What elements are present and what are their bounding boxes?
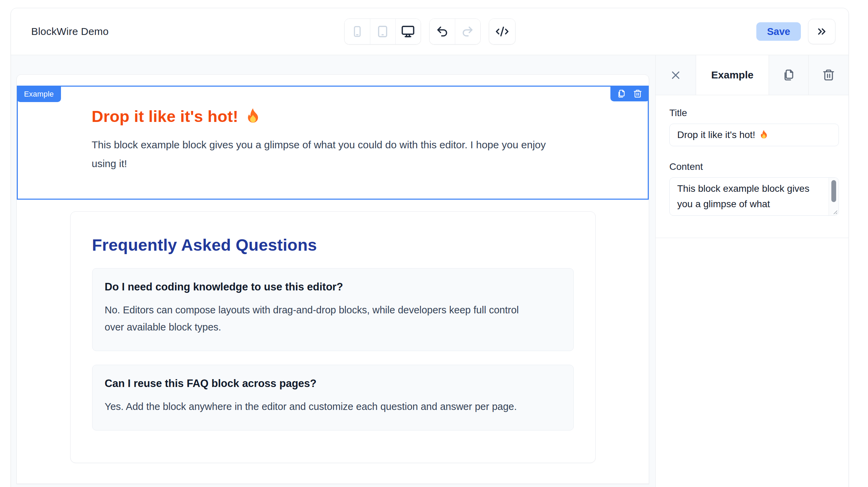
save-button[interactable]: Save [756,22,801,41]
faq-heading: Frequently Asked Questions [92,236,574,254]
block-type-badge: Example [17,87,61,102]
close-icon [669,69,682,82]
fire-emoji-icon [759,129,769,139]
block-settings-form: Title Drop it like it's hot! Content Thi… [656,95,848,238]
trash-icon [633,89,642,98]
delete-block-button[interactable] [633,89,642,98]
block-heading: Drop it like it's hot! [92,107,574,127]
scrollbar-thumb[interactable] [831,180,836,202]
redo-icon [461,25,474,38]
app-header: BlockWire Demo [11,8,848,55]
undo-icon [436,25,449,38]
preview-mobile-button[interactable] [345,19,370,44]
history-group [429,18,481,45]
block-action-bar [610,87,649,101]
block-settings-sidebar: Example Title Drop it like it's hot! Con… [655,55,848,487]
app-body: Example D [11,55,848,487]
example-block-selected[interactable]: Example D [17,86,649,200]
chevrons-right-icon [816,25,828,38]
undo-button[interactable] [430,19,455,44]
duplicate-button[interactable] [769,55,809,95]
sidebar-header: Example [656,55,848,95]
page-preview: Example D [16,74,649,484]
code-view-button[interactable] [489,19,515,44]
faq-block[interactable]: Frequently Asked Questions Do I need cod… [70,211,596,463]
fire-emoji-icon [245,108,261,124]
redo-button[interactable] [455,19,480,44]
faq-answer: Yes. Add the block anywhere in the edito… [105,398,540,415]
faq-answer: No. Editors can compose layouts with dra… [105,301,540,336]
header-actions: Save [756,19,835,44]
delete-button[interactable] [809,55,848,95]
resize-grip-icon[interactable] [831,208,838,215]
faq-question: Can I reuse this FAQ block across pages? [105,377,561,390]
duplicate-block-button[interactable] [617,89,626,98]
faq-item: Do I need coding knowledge to use this e… [92,268,574,351]
block-body-text: This block example block gives you a gli… [92,136,551,173]
editor-toolbar [344,18,516,45]
content-textarea[interactable]: This block example block gives you a gli… [669,177,839,216]
page-title: BlockWire Demo [31,26,109,37]
preview-desktop-button[interactable] [395,19,421,44]
close-panel-button[interactable] [656,55,696,95]
trash-icon [822,68,835,82]
sidebar-empty-area [656,238,848,487]
code-view-group [489,18,516,45]
example-block-content: Drop it like it's hot! This block exampl… [70,87,596,199]
smartphone-icon [351,25,363,38]
app-window: BlockWire Demo [11,8,849,487]
tablet-icon [376,25,389,38]
sidebar-panel-title: Example [696,55,769,95]
copy-icon [782,68,795,82]
title-field-label: Title [669,108,836,118]
content-textarea-input[interactable]: This block example block gives you a gli… [670,178,829,215]
code-icon [495,25,509,38]
copy-icon [617,89,626,98]
monitor-icon [401,24,415,39]
faq-question: Do I need coding knowledge to use this e… [105,281,561,293]
device-preview-group [344,18,421,45]
faq-item: Can I reuse this FAQ block across pages?… [92,365,574,430]
editor-canvas[interactable]: Example D [11,55,655,487]
preview-tablet-button[interactable] [370,19,395,44]
content-field-label: Content [669,161,836,172]
title-input[interactable]: Drop it like it's hot! [669,124,839,146]
collapse-sidebar-button[interactable] [808,19,835,44]
